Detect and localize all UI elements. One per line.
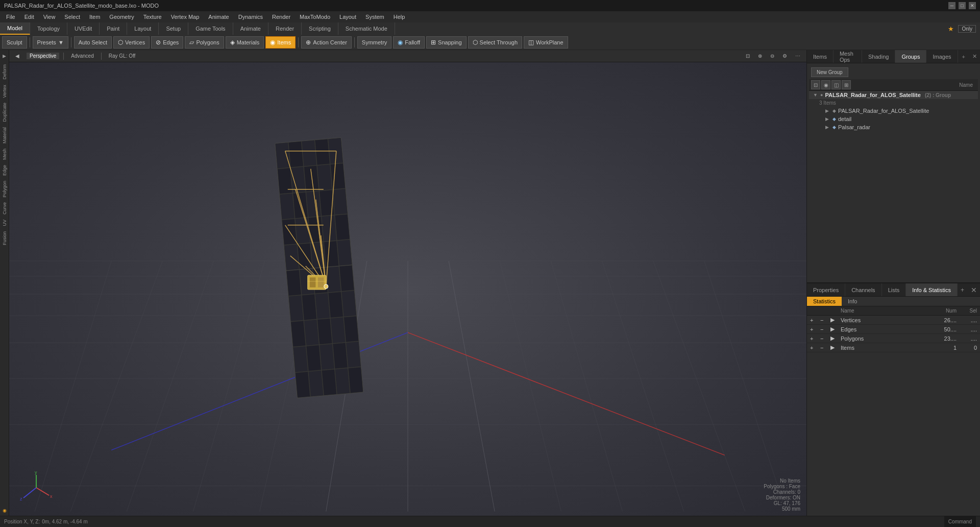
menu-system[interactable]: System <box>361 13 388 21</box>
tab-add-button[interactable]: + <box>958 50 969 63</box>
close-bottom-panel-button[interactable]: ✕ <box>968 283 980 296</box>
menu-geometry[interactable]: Geometry <box>105 13 138 21</box>
stats-arrow-1[interactable]: ▶ <box>827 316 838 325</box>
tab-setup[interactable]: Setup <box>159 22 188 35</box>
tab-shading[interactable]: Shading <box>862 50 895 63</box>
viewport-fit-btn[interactable]: ⊡ <box>743 53 753 59</box>
tab-info-statistics[interactable]: Info & Statistics <box>906 283 958 296</box>
viewport-zoom-out-btn[interactable]: ⊖ <box>767 53 777 59</box>
new-group-button[interactable]: New Group <box>811 67 848 77</box>
tree-root-item[interactable]: ▼ ● PALSAR_Radar_for_ALOS_Satellite (2) … <box>809 91 978 99</box>
groups-filter-btn-2[interactable]: ◉ <box>821 80 830 89</box>
sidebar-item-curve[interactable]: Curve <box>1 200 8 217</box>
tree-child-3[interactable]: ▶ ◆ Palsar_radar <box>809 123 978 131</box>
items-button[interactable]: ◉ Items <box>265 36 296 49</box>
vertices-button[interactable]: ⬡ Vertices <box>113 36 150 49</box>
stats-ctrl-plus-3[interactable]: + <box>807 334 817 343</box>
viewport-zoom-btn[interactable]: ⊕ <box>755 53 765 59</box>
tab-properties[interactable]: Properties <box>807 283 845 296</box>
edges-button[interactable]: ⊘ Edges <box>151 36 183 49</box>
sidebar-item-deform[interactable]: Deform <box>1 62 8 82</box>
menu-dynamics[interactable]: Dynamics <box>234 13 267 21</box>
symmetry-button[interactable]: Symmetry <box>357 36 392 49</box>
stats-ctrl-minus-2[interactable]: − <box>817 325 827 334</box>
sidebar-item-vertex[interactable]: Vertex <box>1 83 8 100</box>
only-button[interactable]: Only <box>958 25 976 33</box>
select-through-button[interactable]: ⬡ Select Through <box>468 36 522 49</box>
stats-ctrl-plus-1[interactable]: + <box>807 316 817 325</box>
groups-filter-btn-3[interactable]: ◫ <box>831 80 841 89</box>
sidebar-item-mesh[interactable]: Mesh <box>1 147 8 162</box>
menu-render[interactable]: Render <box>268 13 295 21</box>
sidebar-toggle-top[interactable]: ◀ <box>1 52 8 61</box>
statusbar-command-area[interactable]: Command <box>944 516 976 527</box>
sidebar-bottom-icon[interactable]: ◉ <box>1 507 8 516</box>
tab-groups[interactable]: Groups <box>895 50 926 63</box>
minimize-button[interactable]: ─ <box>948 2 955 9</box>
tab-mesh-ops[interactable]: Mesh Ops <box>834 50 862 63</box>
right-panel-close[interactable]: ✕ <box>969 50 980 63</box>
tab-channels[interactable]: Channels <box>845 283 881 296</box>
materials-button[interactable]: ◈ Materials <box>226 36 264 49</box>
menu-texture[interactable]: Texture <box>139 13 166 21</box>
menu-maxtomodo[interactable]: MaxToModo <box>296 13 334 21</box>
close-button[interactable]: ✕ <box>969 2 976 9</box>
stats-row-vertices[interactable]: + − ▶ Vertices 26.... .... <box>807 316 980 325</box>
menu-select[interactable]: Select <box>60 13 84 21</box>
sidebar-item-polygon[interactable]: Polygon <box>1 179 8 200</box>
workplane-button[interactable]: ◫ WorkPlane <box>524 36 568 49</box>
viewport-perspective[interactable]: Perspective <box>27 53 59 59</box>
tab-paint[interactable]: Paint <box>100 22 127 35</box>
tab-animate[interactable]: Animate <box>233 22 268 35</box>
tab-lists[interactable]: Lists <box>882 283 906 296</box>
menu-edit[interactable]: Edit <box>20 13 38 21</box>
tab-schematic[interactable]: Schematic Mode <box>338 22 395 35</box>
menu-layout[interactable]: Layout <box>335 13 360 21</box>
viewport-toggle-left[interactable]: ◀ <box>12 53 22 59</box>
action-center-button[interactable]: ⊕ Action Center <box>301 36 352 49</box>
stats-row-polygons[interactable]: + − ▶ Polygons 23.... .... <box>807 334 980 343</box>
menu-file[interactable]: File <box>2 13 19 21</box>
tab-scripting[interactable]: Scripting <box>302 22 338 35</box>
menu-view[interactable]: View <box>39 13 60 21</box>
viewport-settings-btn[interactable]: ⚙ <box>779 53 790 59</box>
viewport-canvas[interactable]: .grid-line { stroke: #505058; stroke-wid… <box>9 62 806 516</box>
auto-select-button[interactable]: Auto Select <box>74 36 112 49</box>
stats-row-items[interactable]: + − ▶ Items 1 0 <box>807 343 980 352</box>
stats-ctrl-minus-3[interactable]: − <box>817 334 827 343</box>
tab-model[interactable]: Model <box>0 22 30 35</box>
tab-layout[interactable]: Layout <box>127 22 159 35</box>
falloff-button[interactable]: ◉ Falloff <box>393 36 425 49</box>
viewport-more-btn[interactable]: ⋯ <box>792 53 803 59</box>
stats-row-edges[interactable]: + − ▶ Edges 50.... .... <box>807 325 980 334</box>
sculpt-button[interactable]: Sculpt <box>2 36 27 49</box>
stats-ctrl-minus-1[interactable]: − <box>817 316 827 325</box>
stats-ctrl-plus-4[interactable]: + <box>807 343 817 352</box>
groups-filter-btn-4[interactable]: ⊞ <box>842 80 851 89</box>
stats-arrow-3[interactable]: ▶ <box>827 334 838 343</box>
stats-ctrl-minus-4[interactable]: − <box>817 343 827 352</box>
viewport-advanced[interactable]: Advanced <box>68 53 96 59</box>
sidebar-item-fusion[interactable]: Fusion <box>1 229 8 247</box>
tab-images[interactable]: Images <box>926 50 958 63</box>
sidebar-item-material[interactable]: Material <box>1 125 8 146</box>
polygons-button[interactable]: ▱ Polygons <box>185 36 224 49</box>
sidebar-item-duplicate[interactable]: Duplicate <box>1 101 8 124</box>
presets-button[interactable]: Presets ▼ <box>33 36 68 49</box>
tab-topology[interactable]: Topology <box>30 22 67 35</box>
menu-animate[interactable]: Animate <box>204 13 233 21</box>
subtab-statistics[interactable]: Statistics <box>807 297 842 306</box>
sidebar-item-uv[interactable]: UV <box>1 218 8 228</box>
stats-arrow-4[interactable]: ▶ <box>827 343 838 352</box>
stats-ctrl-plus-2[interactable]: + <box>807 325 817 334</box>
tab-uvedit[interactable]: UVEdit <box>67 22 100 35</box>
add-bottom-tab-button[interactable]: + <box>959 283 966 296</box>
snapping-button[interactable]: ⊞ Snapping <box>426 36 467 49</box>
tree-child-2[interactable]: ▶ ◆ detail <box>809 115 978 123</box>
menu-item[interactable]: Item <box>85 13 104 21</box>
star-button[interactable]: ★ <box>948 25 954 33</box>
subtab-info[interactable]: Info <box>842 297 863 306</box>
maximize-button[interactable]: □ <box>959 2 966 9</box>
tab-gametools[interactable]: Game Tools <box>188 22 233 35</box>
menu-vertexmap[interactable]: Vertex Map <box>167 13 204 21</box>
